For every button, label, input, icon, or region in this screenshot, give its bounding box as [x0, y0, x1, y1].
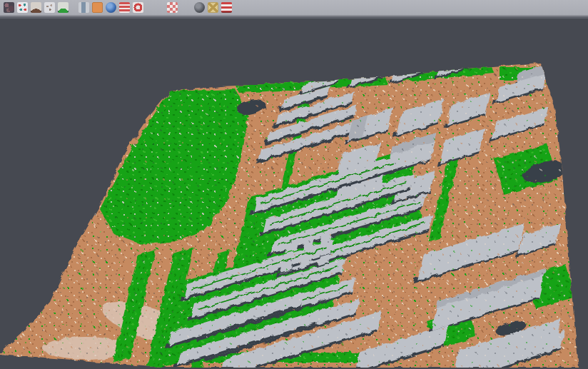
- selection-brackets-icon[interactable]: [146, 2, 157, 13]
- yellow-crate-icon[interactable]: [208, 2, 218, 13]
- point-cloud-icon[interactable]: [4, 2, 14, 13]
- dark-sphere-icon[interactable]: [194, 2, 205, 13]
- green-terrain-icon[interactable]: [58, 2, 69, 13]
- main-toolbar: [0, 0, 588, 16]
- terrain-mound-icon[interactable]: [31, 2, 41, 13]
- profile-bar-icon[interactable]: [78, 2, 89, 13]
- red-circle-icon[interactable]: [133, 2, 143, 13]
- sparse-points-icon[interactable]: [44, 2, 55, 13]
- checker-grid-icon[interactable]: [167, 2, 178, 13]
- viewport-3d[interactable]: [0, 19, 588, 368]
- noise-overlay: [0, 19, 588, 368]
- classification-palette-icon[interactable]: [181, 2, 191, 13]
- point-cloud-terrain: [0, 19, 588, 368]
- colored-points-icon[interactable]: [17, 2, 28, 13]
- globe-icon[interactable]: [106, 2, 116, 13]
- orange-square-icon[interactable]: [92, 2, 103, 13]
- point-cloud-canvas[interactable]: [0, 19, 588, 368]
- application-window: [0, 0, 588, 369]
- red-flag-icon[interactable]: [221, 2, 232, 13]
- red-layers-icon[interactable]: [119, 2, 130, 13]
